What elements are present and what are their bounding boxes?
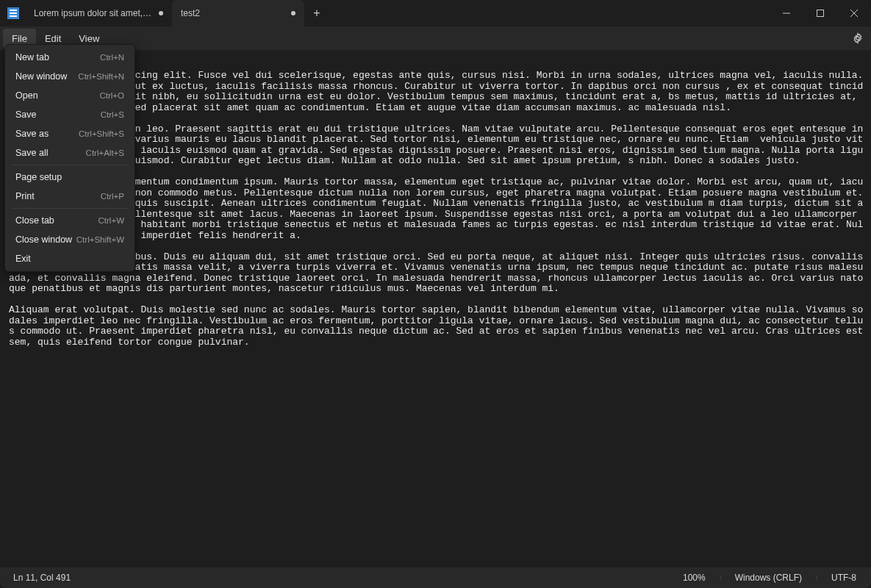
menu-label: Exit — [15, 254, 31, 264]
status-position[interactable]: Ln 11, Col 491 — [0, 573, 71, 583]
svg-rect-0 — [817, 10, 824, 17]
window-controls — [770, 0, 871, 26]
new-tab-button[interactable]: + — [304, 0, 329, 26]
app-window: Lorem ipsum dolor sit amet, consect test… — [0, 0, 871, 588]
dirty-indicator-icon — [291, 11, 295, 15]
menu-save-all[interactable]: Save all Ctrl+Alt+S — [7, 143, 133, 162]
tab-2[interactable]: test2 — [172, 0, 304, 26]
menu-shortcut: Ctrl+Alt+S — [86, 148, 124, 157]
tab-title: Lorem ipsum dolor sit amet, consect — [34, 8, 153, 18]
menu-shortcut: Ctrl+Shift+N — [78, 72, 124, 81]
maximize-button[interactable] — [803, 0, 837, 26]
menu-separator — [11, 165, 129, 165]
menu-save[interactable]: Save Ctrl+S — [7, 105, 133, 124]
menu-close-tab[interactable]: Close tab Ctrl+W — [7, 211, 133, 230]
menu-shortcut: Ctrl+W — [98, 216, 124, 225]
minimize-button[interactable] — [770, 0, 803, 26]
settings-button[interactable] — [852, 32, 864, 44]
file-menu-dropdown: New tab Ctrl+N New window Ctrl+Shift+N O… — [4, 44, 135, 272]
menu-label: Close tab — [15, 215, 54, 226]
status-zoom[interactable]: 100% — [668, 573, 720, 583]
status-encoding[interactable]: UTF-8 — [817, 573, 871, 583]
menu-label: New tab — [15, 52, 49, 62]
menu-shortcut: Ctrl+Shift+W — [76, 235, 124, 244]
minimize-icon — [783, 10, 790, 17]
tab-1[interactable]: Lorem ipsum dolor sit amet, consect — [25, 0, 172, 26]
menu-shortcut: Ctrl+N — [100, 53, 124, 62]
menu-open[interactable]: Open Ctrl+O — [7, 86, 133, 105]
menu-page-setup[interactable]: Page setup — [7, 168, 133, 187]
menu-label: Close window — [15, 234, 72, 245]
menu-save-as[interactable]: Save as Ctrl+Shift+S — [7, 124, 133, 143]
menu-label: Page setup — [15, 172, 62, 182]
menu-label: Print — [15, 191, 35, 201]
status-line-ending[interactable]: Windows (CRLF) — [720, 573, 817, 583]
gear-icon — [852, 32, 864, 44]
menu-label: Save all — [15, 148, 48, 158]
menu-label: Open — [15, 90, 38, 101]
menu-new-window[interactable]: New window Ctrl+Shift+N — [7, 67, 133, 86]
menu-close-window[interactable]: Close window Ctrl+Shift+W — [7, 230, 133, 249]
menu-exit[interactable]: Exit — [7, 249, 133, 268]
menu-new-tab[interactable]: New tab Ctrl+N — [7, 48, 133, 67]
menu-shortcut: Ctrl+Shift+S — [79, 129, 124, 138]
menu-shortcut: Ctrl+P — [101, 192, 124, 201]
menu-shortcut: Ctrl+S — [101, 110, 124, 119]
menu-separator — [11, 208, 129, 209]
app-icon — [7, 7, 19, 19]
close-button[interactable] — [837, 0, 871, 26]
tab-title: test2 — [181, 8, 285, 18]
menu-shortcut: Ctrl+O — [99, 91, 124, 100]
menu-label: Save — [15, 110, 37, 120]
menu-print[interactable]: Print Ctrl+P — [7, 187, 133, 206]
plus-icon: + — [313, 7, 320, 20]
menu-label: Save as — [15, 129, 49, 139]
title-bar: Lorem ipsum dolor sit amet, consect test… — [0, 0, 871, 26]
status-bar: Ln 11, Col 491 100% Windows (CRLF) UTF-8 — [0, 567, 871, 588]
maximize-icon — [817, 10, 824, 17]
close-icon — [850, 10, 858, 17]
dirty-indicator-icon — [159, 11, 163, 15]
menu-label: New window — [15, 71, 67, 82]
tab-strip: Lorem ipsum dolor sit amet, consect test… — [25, 0, 329, 26]
